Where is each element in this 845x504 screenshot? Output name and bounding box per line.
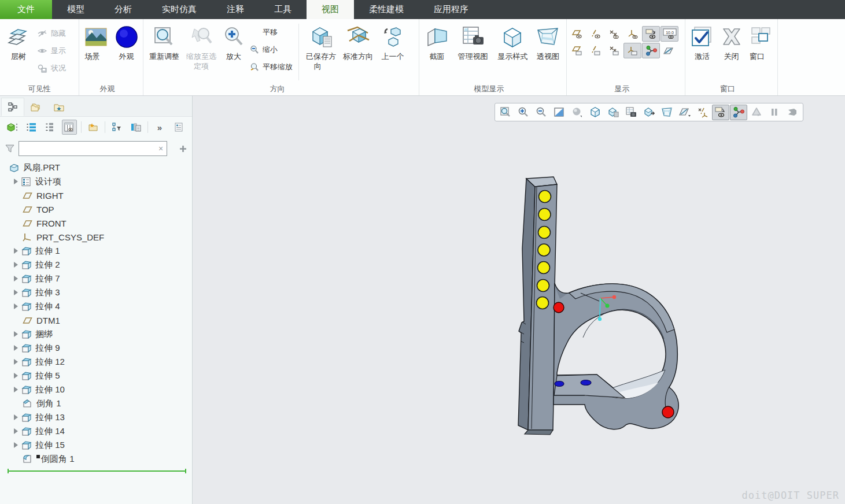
tree-show-button[interactable] <box>5 120 20 135</box>
standard-orientation-button[interactable]: 标准方向 <box>340 21 377 61</box>
expand-all-button[interactable] <box>24 120 39 135</box>
manage-views-button[interactable]: 管理视图 <box>452 21 493 63</box>
expand-arrow-icon[interactable] <box>14 303 18 309</box>
open-settings-folder-button[interactable] <box>86 120 101 135</box>
filter-add-icon[interactable] <box>179 144 187 153</box>
expand-arrow-icon[interactable] <box>14 414 18 420</box>
expand-arrow-icon[interactable] <box>14 442 18 448</box>
expand-arrow-icon[interactable] <box>14 248 18 254</box>
show-button[interactable]: 显示 <box>35 42 76 60</box>
plane-display-toggle[interactable] <box>568 26 586 42</box>
graphics-analysis-button[interactable] <box>748 105 765 120</box>
graphics-pause-button[interactable] <box>766 105 783 120</box>
expand-arrow-icon[interactable] <box>14 290 18 295</box>
group-label-model-display[interactable]: 模型显示 <box>419 83 566 95</box>
zoom-to-selected-button[interactable]: 缩放至选定项 <box>183 21 220 71</box>
tree-item[interactable]: 拉伸 5 <box>0 369 187 383</box>
graphics-annotation-display-button[interactable] <box>712 105 729 120</box>
section-plane-toggle[interactable] <box>660 43 684 58</box>
tree-item[interactable]: PRT_CSYS_DEF <box>0 230 187 244</box>
graphics-stop-button[interactable] <box>784 105 801 120</box>
tree-item[interactable]: 风扇.PRT <box>0 161 187 175</box>
tree-item[interactable]: RIGHT <box>0 188 187 202</box>
tree-info-button[interactable] <box>171 120 186 135</box>
expand-arrow-icon[interactable] <box>14 276 18 281</box>
filter-clear-icon[interactable]: × <box>155 144 167 153</box>
graphics-annotation-types-button[interactable] <box>694 105 711 120</box>
menu-tab-6[interactable]: 视图 <box>307 0 354 19</box>
tab-folder-browser[interactable] <box>24 98 47 116</box>
tree-item[interactable]: 拉伸 12 <box>0 355 187 369</box>
windows-button[interactable]: 窗口 <box>746 21 775 61</box>
previous-orientation-button[interactable]: 上一个 <box>377 21 409 61</box>
dimension-display-toggle[interactable]: 10.0 <box>660 26 678 42</box>
expand-arrow-icon[interactable] <box>14 373 18 379</box>
menu-tab-1[interactable]: 模型 <box>52 0 99 19</box>
tree-item[interactable]: TOP <box>0 202 187 216</box>
graphics-repaint-button[interactable] <box>551 105 568 120</box>
tree-item[interactable]: 拉伸 2 <box>0 258 187 272</box>
graphics-refit-button[interactable] <box>497 105 514 120</box>
expand-arrow-icon[interactable] <box>14 345 18 351</box>
zoom-in-button[interactable]: 放大 <box>220 21 248 61</box>
menu-tab-3[interactable]: 实时仿真 <box>147 0 212 19</box>
group-label-show[interactable]: 显示 <box>567 83 685 95</box>
axis-tag-toggle[interactable] <box>586 43 604 58</box>
tree-item[interactable]: 倒角 1 <box>0 396 187 410</box>
menu-tab-7[interactable]: 柔性建模 <box>354 0 419 19</box>
menu-tab-0[interactable]: 文件 <box>0 0 52 19</box>
graphics-last-orientation-button[interactable] <box>640 105 658 120</box>
graphics-area[interactable]: doit@DOIT SUPER <box>193 96 845 504</box>
annotation-display-toggle[interactable] <box>642 26 660 42</box>
hide-button[interactable]: 隐藏 <box>35 25 76 42</box>
csys-display-toggle[interactable] <box>623 26 641 42</box>
collapse-all-button[interactable] <box>43 120 58 135</box>
activate-button[interactable]: 激活 <box>688 21 717 61</box>
pan-zoom-button[interactable]: 平移缩放 <box>248 58 295 76</box>
menu-tab-5[interactable]: 工具 <box>259 0 307 19</box>
tree-item[interactable]: 捆绑 <box>0 327 187 341</box>
tree-item[interactable]: 拉伸 4 <box>0 299 187 313</box>
expand-arrow-icon[interactable] <box>14 262 18 268</box>
graphics-spin-center-button[interactable] <box>730 105 747 120</box>
point-tag-toggle[interactable] <box>605 43 623 58</box>
spin-center-toggle[interactable] <box>642 43 660 58</box>
tab-favorites[interactable] <box>47 98 71 116</box>
tree-columns-button[interactable] <box>62 120 77 135</box>
tab-model-tree[interactable] <box>1 98 24 116</box>
graphics-zoom-out-button[interactable] <box>533 105 550 120</box>
tree-item[interactable]: 倒圆角 1 <box>0 452 187 466</box>
graphics-saved-orientations-button[interactable] <box>604 105 622 120</box>
expand-arrow-icon[interactable] <box>14 179 18 184</box>
tree-item[interactable]: 拉伸 10 <box>0 383 187 396</box>
expand-arrow-icon[interactable] <box>14 359 18 365</box>
tree-filter-input[interactable] <box>19 144 155 153</box>
tree-insertion-indicator[interactable] <box>8 470 186 472</box>
menu-tab-8[interactable]: 应用程序 <box>419 0 484 19</box>
status-button[interactable]: 状况 <box>35 60 76 77</box>
3d-model[interactable] <box>193 96 845 504</box>
graphics-datum-filter-button[interactable] <box>676 105 693 120</box>
tree-list-button[interactable] <box>128 120 143 135</box>
group-label-visibility[interactable]: 可见性 <box>0 83 79 95</box>
group-label-window[interactable]: 窗口 <box>685 83 777 95</box>
tree-item[interactable]: 拉伸 15 <box>0 438 187 452</box>
group-label-orientation[interactable]: 方向 <box>143 83 419 95</box>
graphics-manage-views-button[interactable] <box>622 105 640 120</box>
tree-item[interactable]: 拉伸 3 <box>0 286 187 299</box>
saved-orientations-button[interactable]: 已保存方向 <box>302 21 340 71</box>
menu-tab-2[interactable]: 分析 <box>99 0 147 19</box>
tree-item[interactable]: 设计项 <box>0 175 187 188</box>
scene-button[interactable]: 场景 <box>82 21 110 61</box>
perspective-button[interactable]: 透视图 <box>532 21 564 61</box>
graphics-zoom-in-button[interactable] <box>515 105 532 120</box>
menu-tab-4[interactable]: 注释 <box>212 0 259 19</box>
refit-button[interactable]: 重新调整 <box>146 21 183 61</box>
plane-tag-toggle[interactable] <box>568 43 586 58</box>
layer-tree-button[interactable]: 层树 <box>2 21 35 61</box>
expand-arrow-icon[interactable] <box>14 387 18 392</box>
graphics-display-style-button[interactable] <box>586 105 604 120</box>
tree-item[interactable]: 拉伸 14 <box>0 424 187 438</box>
section-button[interactable]: 截面 <box>422 21 452 63</box>
tree-item[interactable]: 拉伸 13 <box>0 410 187 424</box>
